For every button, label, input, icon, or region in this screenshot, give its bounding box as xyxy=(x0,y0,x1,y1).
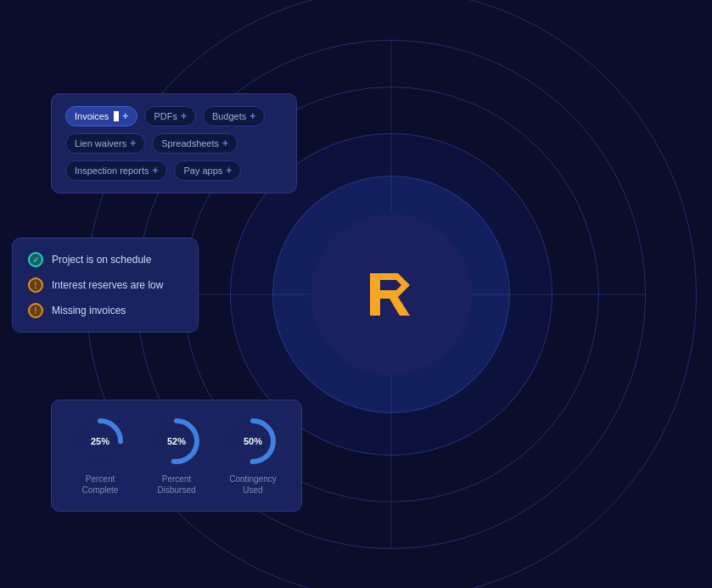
stat-percent-disbursed: 52% Percent Disbursed xyxy=(147,416,206,496)
tag-pdfs[interactable]: PDFs + xyxy=(144,106,196,126)
alert-invoices: ! Missing invoices xyxy=(28,303,182,318)
alert-reserves-text: Interest reserves are low xyxy=(52,279,163,291)
tag-spreadsheets-plus: + xyxy=(222,137,228,149)
tag-pay-apps-label: Pay apps xyxy=(183,165,222,176)
stats-panel: 25% Percent Complete 52% Percent Disburs… xyxy=(51,400,302,512)
alert-schedule: ✓ Project is on schedule xyxy=(28,252,182,267)
brand-logo-icon xyxy=(353,256,429,333)
tag-pay-apps[interactable]: Pay apps + xyxy=(174,160,241,181)
percent-disbursed-value: 52% xyxy=(167,436,186,446)
warn-invoices-icon: ! xyxy=(28,303,43,318)
tag-lien-waivers-plus: + xyxy=(130,137,136,149)
tag-budgets-plus: + xyxy=(249,110,255,122)
tag-inspection-reports[interactable]: Inspection reports + xyxy=(65,160,167,181)
tag-pay-apps-plus: + xyxy=(226,165,232,176)
percent-complete-circle: 25% xyxy=(75,416,126,467)
stat-percent-complete: 25% Percent Complete xyxy=(70,416,130,496)
stat-contingency-used: 50% Contingency Used xyxy=(223,416,283,496)
tag-invoices[interactable]: Invoices + xyxy=(65,106,137,126)
tag-invoices-label: Invoices xyxy=(75,111,109,121)
contingency-used-value: 50% xyxy=(244,436,262,446)
alert-reserves: ! Interest reserves are low xyxy=(28,277,182,293)
tag-pdfs-label: PDFs xyxy=(154,111,177,121)
tags-panel: Invoices + PDFs + Budgets + Lien waivers… xyxy=(51,93,297,193)
tags-row-2: Lien waivers + Spreadsheets + xyxy=(65,133,283,154)
tags-row-1: Invoices + PDFs + Budgets + xyxy=(65,106,283,126)
tag-lien-waivers-label: Lien waivers xyxy=(75,138,126,148)
tag-budgets[interactable]: Budgets + xyxy=(203,106,265,126)
tags-row-3: Inspection reports + Pay apps + xyxy=(65,160,283,181)
percent-disbursed-circle: 52% xyxy=(151,416,202,467)
cursor-icon xyxy=(114,111,119,121)
alert-schedule-text: Project is on schedule xyxy=(52,254,151,266)
check-icon: ✓ xyxy=(28,252,43,267)
alert-invoices-text: Missing invoices xyxy=(52,305,126,316)
contingency-used-label: Contingency Used xyxy=(223,473,283,496)
tag-inspection-reports-label: Inspection reports xyxy=(75,165,149,176)
percent-complete-label: Percent Complete xyxy=(70,473,130,496)
percent-complete-value: 25% xyxy=(91,436,109,446)
percent-disbursed-label: Percent Disbursed xyxy=(147,473,206,496)
tag-lien-waivers[interactable]: Lien waivers + xyxy=(65,133,145,154)
tag-invoices-plus: + xyxy=(122,110,128,122)
warn-reserves-icon: ! xyxy=(28,277,43,293)
tag-spreadsheets[interactable]: Spreadsheets + xyxy=(152,133,238,154)
tag-pdfs-plus: + xyxy=(181,110,187,122)
center-logo xyxy=(311,214,472,375)
tag-budgets-label: Budgets xyxy=(212,111,246,121)
alerts-panel: ✓ Project is on schedule ! Interest rese… xyxy=(12,238,199,333)
contingency-used-circle: 50% xyxy=(227,416,278,467)
tag-inspection-reports-plus: + xyxy=(152,165,158,176)
main-scene: Invoices + PDFs + Budgets + Lien waivers… xyxy=(0,0,712,588)
tag-spreadsheets-label: Spreadsheets xyxy=(161,138,219,148)
